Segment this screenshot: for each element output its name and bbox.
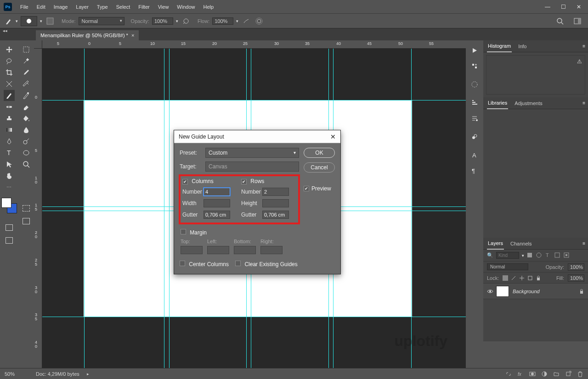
dialog-close-icon[interactable]: ✕ [330,133,336,140]
screen-mode-icon-b[interactable] [23,218,30,224]
filter-shape-icon[interactable] [554,252,561,259]
shape-tool-icon[interactable] [21,147,32,158]
layers-tab[interactable]: Layers [487,238,504,250]
minimize-button[interactable]: — [542,3,553,11]
stamp-tool-icon[interactable] [4,113,15,124]
airbrush-icon[interactable] [241,16,251,26]
layer-group-icon[interactable] [553,371,560,377]
search-icon[interactable] [555,16,565,26]
histogram-warning-icon[interactable]: ⚠ [577,58,582,65]
center-columns-checkbox[interactable] [180,261,185,266]
mode-select[interactable]: Normal▾ [79,17,124,25]
dodge-tool-icon[interactable] [21,136,32,147]
layer-name[interactable]: Background [513,289,540,294]
pen-tool-icon[interactable] [4,136,15,147]
layer-thumbnail[interactable] [496,286,509,297]
guide-horizontal[interactable] [42,317,466,317]
close-button[interactable]: ✕ [573,3,584,11]
filter-pixel-icon[interactable] [527,252,533,259]
lasso-tool-icon[interactable] [4,56,15,67]
opacity-input[interactable]: 100% [152,17,173,25]
adjustments-tab[interactable]: Adjustments [514,98,543,109]
tab-close-icon[interactable]: × [131,33,134,38]
dialog-titlebar[interactable]: New Guide Layout ✕ [174,130,340,143]
layers-filter-input[interactable] [496,252,519,259]
flow-input[interactable]: 100% [212,17,233,25]
filter-type-layer-icon[interactable]: T [545,252,552,259]
brush-tool-icon[interactable] [4,90,15,101]
guide-vertical[interactable] [169,49,170,368]
history-brush-icon[interactable] [21,90,32,101]
paint-bucket-icon[interactable] [21,113,32,124]
columns-width-input[interactable] [204,199,230,207]
ruler-horizontal[interactable]: 5 0 5 10 15 20 25 30 35 40 45 50 55 [42,40,466,49]
lock-nest-icon[interactable] [527,275,533,281]
screen-mode-icon[interactable] [6,237,13,244]
zoom-tool-icon[interactable] [21,159,32,170]
zoom-level[interactable]: 50% [5,371,28,377]
channels-tab[interactable]: Channels [509,238,532,249]
more-tools-icon[interactable]: ⋯ [4,182,15,193]
lock-all-icon[interactable] [536,275,541,281]
paragraph-icon[interactable]: ¶ [468,164,481,177]
menu-window[interactable]: Window [173,2,198,11]
foreground-color-swatch[interactable] [1,198,11,208]
tool-presets-icon[interactable] [468,112,481,125]
crop-tool-icon[interactable] [4,67,15,78]
hand-tool-icon[interactable] [4,170,15,181]
panel-menu-icon[interactable]: ≡ [582,100,585,106]
type-icon[interactable]: A [468,149,481,162]
delete-layer-icon[interactable] [577,371,583,377]
histogram-tab[interactable]: Histogram [487,40,512,52]
slice-tool-icon[interactable] [21,78,32,89]
blur-tool-icon[interactable] [21,124,32,135]
blend-mode-select[interactable]: Normal [487,263,528,270]
rows-gutter-input[interactable] [262,211,289,219]
move-tool-icon[interactable] [4,44,15,55]
rows-height-input[interactable] [262,199,289,207]
filter-adjust-icon[interactable] [536,252,543,259]
brushes-icon[interactable] [468,96,481,109]
layer-visibility-icon[interactable] [487,289,492,294]
menu-edit[interactable]: Edit [33,2,49,11]
eyedropper-icon[interactable] [21,67,32,78]
healing-brush-icon[interactable] [4,101,15,112]
layer-mask-icon[interactable] [529,371,536,377]
frame-tool-icon[interactable] [4,78,15,89]
gradient-tool-icon[interactable] [4,124,15,135]
maximize-button[interactable]: ☐ [558,3,569,11]
brush-tool-icon[interactable] [5,17,13,25]
ok-button[interactable]: OK [304,148,335,158]
brush-panel-icon[interactable] [45,16,55,26]
mask-mode-icon-b[interactable] [23,205,30,212]
layer-fill-input[interactable]: 100% [568,274,584,282]
guide-vertical[interactable] [411,49,412,368]
brush-preview[interactable] [21,16,37,26]
columns-gutter-input[interactable] [204,211,230,219]
filter-type-icon[interactable]: 🔍 [487,252,493,258]
eraser-tool-icon[interactable] [21,101,32,112]
guide-vertical[interactable] [84,49,85,368]
layer-style-icon[interactable]: fx [517,371,524,377]
menu-select[interactable]: Select [113,2,134,11]
menu-help[interactable]: Help [199,2,217,11]
panel-menu-icon[interactable]: ≡ [582,44,585,49]
menu-image[interactable]: Image [50,2,72,11]
pressure-opacity-icon[interactable] [181,16,191,26]
color-swatches[interactable] [1,198,17,213]
filter-smart-icon[interactable] [564,252,570,259]
margin-checkbox[interactable] [181,229,186,234]
menu-file[interactable]: File [17,2,32,11]
wand-tool-icon[interactable] [21,56,32,67]
workspace-icon[interactable] [572,16,582,26]
document-tab[interactable]: Menampilkan Ruler @ 50% (RGB/8#) * × [36,30,139,40]
ruler-vertical[interactable]: 0 5 10 15 20 25 30 35 40 [34,49,42,368]
adjustment-layer-icon[interactable] [541,371,548,377]
layer-opacity-input[interactable]: 100% [568,263,584,271]
pressure-size-icon[interactable] [254,16,264,26]
quick-mask-icon[interactable] [6,224,13,231]
cancel-button[interactable]: Cancel [304,162,335,173]
lock-image-icon[interactable] [511,275,516,281]
guide-vertical[interactable] [164,49,164,368]
preset-select[interactable]: Custom ▾ [205,148,299,158]
